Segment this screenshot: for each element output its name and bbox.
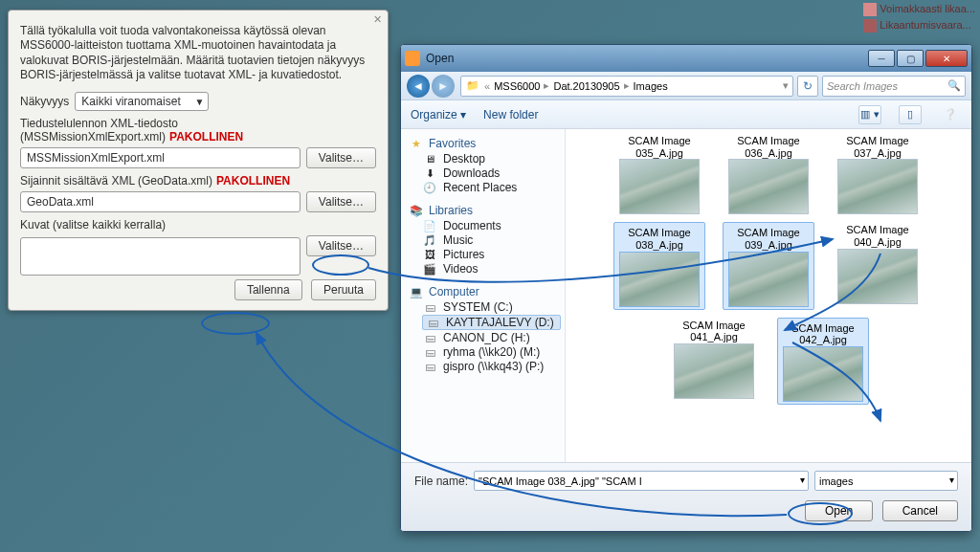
xml-label: Tiedustelulennon XML-tiedosto (MSSMissio… <box>20 117 376 144</box>
close-button[interactable]: ✕ <box>925 50 968 67</box>
filename-input[interactable]: "SCAM Image 038_A.jpg" "SCAM I▾ <box>474 471 809 491</box>
filetype-filter[interactable]: images▾ <box>814 471 958 491</box>
sidebar-drive[interactable]: 🖴SYSTEM (C:) <box>422 300 561 314</box>
file-thumbnail[interactable]: SCAM Image037_A.jpg <box>832 133 924 214</box>
sidebar-drive[interactable]: 🖴KAYTTAJALEVY (D:) <box>422 315 561 330</box>
sidebar: ★Favorites 🖥Desktop ⬇Downloads 🕘Recent P… <box>401 129 566 462</box>
cancel-button[interactable]: Peruuta <box>311 279 376 300</box>
file-thumbnail[interactable]: SCAM Image035_A.jpg <box>613 133 705 214</box>
firefox-icon <box>405 51 420 66</box>
folder-icon: 📁 <box>465 79 480 93</box>
file-thumbnail[interactable]: SCAM Image042_A.jpg <box>777 318 869 405</box>
open-file-dialog: Open ─ ▢ ✕ ◄ ► 📁 « MSS6000▸ Dat.20130905… <box>400 44 972 532</box>
images-browse-button[interactable]: Valitse… <box>306 235 376 256</box>
filename-label: File name: <box>414 475 468 488</box>
images-label: Kuvat (valitse kaikki kerralla) <box>20 218 376 232</box>
visibility-select[interactable]: Kaikki viranomaiset ▼ <box>75 92 209 111</box>
sidebar-recent[interactable]: 🕘Recent Places <box>422 181 561 194</box>
import-description: Tällä työkalulla voit tuoda valvontakone… <box>20 24 376 82</box>
sidebar-downloads[interactable]: ⬇Downloads <box>422 166 561 180</box>
address-bar[interactable]: 📁 « MSS6000▸ Dat.20130905▸ Images ▾ <box>460 76 793 97</box>
sidebar-favorites[interactable]: ★Favorites <box>409 137 561 150</box>
sidebar-documents[interactable]: 📄Documents <box>422 219 561 232</box>
images-input[interactable] <box>20 237 301 276</box>
preview-pane-button[interactable]: ▯ <box>899 105 922 124</box>
back-button[interactable]: ◄ <box>407 75 430 98</box>
xml-browse-button[interactable]: Valitse… <box>306 147 376 168</box>
map-legend: Voimakkaasti likaa... Likaantumisvaara..… <box>863 3 975 35</box>
help-button[interactable]: ❔ <box>939 105 962 124</box>
save-button[interactable]: Tallenna <box>234 279 302 300</box>
forward-button[interactable]: ► <box>432 75 455 98</box>
sidebar-drive[interactable]: 🖴CANON_DC (H:) <box>422 331 561 344</box>
search-icon: 🔍 <box>947 79 961 92</box>
sidebar-libraries[interactable]: 📚Libraries <box>409 204 561 217</box>
geo-input[interactable]: GeoData.xml <box>20 191 301 212</box>
sidebar-drive[interactable]: 🖴gispro (\\kkq43) (P:) <box>422 360 561 373</box>
chevron-down-icon: ▼ <box>194 97 204 107</box>
sidebar-computer[interactable]: 💻Computer <box>409 285 561 298</box>
new-folder-button[interactable]: New folder <box>483 108 538 121</box>
sidebar-pictures[interactable]: 🖼Pictures <box>422 248 561 261</box>
cancel-open-button[interactable]: Cancel <box>882 500 958 521</box>
visibility-label: Näkyvyys <box>20 95 69 108</box>
geo-label: Sijainnit sisältävä XML (GeoData.xml)PAK… <box>20 174 376 188</box>
file-thumbnail[interactable]: SCAM Image041_A.jpg <box>668 318 760 405</box>
xml-input[interactable]: MSSMissionXmlExport.xml <box>20 147 301 168</box>
file-pane[interactable]: SCAM Image035_A.jpgSCAM Image036_A.jpgSC… <box>566 129 971 462</box>
file-thumbnail[interactable]: SCAM Image039_A.jpg <box>723 222 814 309</box>
close-icon[interactable]: ✕ <box>373 13 382 26</box>
view-options-button[interactable]: ▥ ▾ <box>858 105 881 124</box>
titlebar: Open ─ ▢ ✕ <box>401 45 971 72</box>
file-thumbnail[interactable]: SCAM Image038_A.jpg <box>613 222 705 309</box>
file-thumbnail[interactable]: SCAM Image040_A.jpg <box>832 222 924 309</box>
search-input[interactable]: Search Images 🔍 <box>822 76 966 97</box>
sidebar-desktop[interactable]: 🖥Desktop <box>422 152 561 166</box>
window-title: Open <box>426 52 866 65</box>
geo-browse-button[interactable]: Valitse… <box>306 191 376 212</box>
refresh-button[interactable]: ↻ <box>797 76 818 97</box>
minimize-button[interactable]: ─ <box>868 50 895 67</box>
sidebar-drive[interactable]: 🖴ryhma (\\kk20) (M:) <box>422 345 561 359</box>
organize-menu[interactable]: Organize ▾ <box>411 108 466 121</box>
sidebar-music[interactable]: 🎵Music <box>422 233 561 247</box>
open-button[interactable]: Open <box>805 500 873 521</box>
sidebar-videos[interactable]: 🎬Videos <box>422 262 561 276</box>
maximize-button[interactable]: ▢ <box>897 50 924 67</box>
import-dialog: ✕ Tällä työkalulla voit tuoda valvontako… <box>8 10 389 311</box>
file-thumbnail[interactable]: SCAM Image036_A.jpg <box>723 133 814 214</box>
